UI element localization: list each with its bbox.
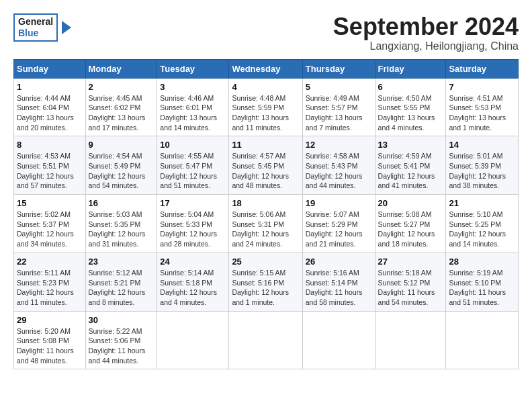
calendar-cell: 4Sunrise: 4:48 AM Sunset: 5:59 PM Daylig…: [229, 78, 302, 136]
calendar-cell: [375, 311, 446, 369]
day-number: 11: [232, 140, 299, 150]
col-header-friday: Friday: [375, 59, 446, 78]
month-title: September 2024: [333, 13, 519, 40]
day-info: Sunrise: 4:58 AM Sunset: 5:43 PM Dayligh…: [306, 151, 372, 191]
logo: General Blue: [13, 13, 71, 42]
day-info: Sunrise: 4:55 AM Sunset: 5:47 PM Dayligh…: [160, 151, 226, 191]
calendar-cell: 12Sunrise: 4:58 AM Sunset: 5:43 PM Dayli…: [302, 136, 375, 195]
day-number: 17: [160, 198, 226, 208]
calendar-cell: 30Sunrise: 5:22 AM Sunset: 5:06 PM Dayli…: [85, 311, 157, 369]
day-info: Sunrise: 4:49 AM Sunset: 5:57 PM Dayligh…: [306, 93, 372, 133]
calendar-cell: 11Sunrise: 4:57 AM Sunset: 5:45 PM Dayli…: [229, 136, 302, 195]
col-header-tuesday: Tuesday: [157, 59, 229, 78]
day-number: 1: [17, 82, 83, 92]
day-number: 12: [306, 140, 372, 150]
day-info: Sunrise: 4:57 AM Sunset: 5:45 PM Dayligh…: [232, 151, 299, 191]
calendar-cell: 26Sunrise: 5:16 AM Sunset: 5:14 PM Dayli…: [302, 253, 375, 311]
calendar-week-1: 8Sunrise: 4:53 AM Sunset: 5:51 PM Daylig…: [14, 136, 519, 195]
day-number: 13: [378, 140, 443, 150]
calendar-table: SundayMondayTuesdayWednesdayThursdayFrid…: [13, 59, 519, 370]
day-number: 30: [89, 315, 154, 325]
day-info: Sunrise: 4:44 AM Sunset: 6:04 PM Dayligh…: [17, 93, 83, 133]
day-number: 22: [17, 257, 83, 267]
day-info: Sunrise: 5:04 AM Sunset: 5:33 PM Dayligh…: [160, 210, 226, 249]
calendar-cell: 25Sunrise: 5:15 AM Sunset: 5:16 PM Dayli…: [229, 253, 302, 311]
day-number: 20: [378, 198, 443, 208]
calendar-cell: [157, 311, 229, 369]
calendar-cell: [446, 311, 519, 369]
day-info: Sunrise: 4:48 AM Sunset: 5:59 PM Dayligh…: [232, 93, 299, 133]
calendar-cell: 6Sunrise: 4:50 AM Sunset: 5:55 PM Daylig…: [375, 78, 446, 136]
day-info: Sunrise: 5:07 AM Sunset: 5:29 PM Dayligh…: [306, 210, 372, 249]
day-info: Sunrise: 5:02 AM Sunset: 5:37 PM Dayligh…: [17, 210, 83, 249]
day-number: 6: [378, 82, 443, 92]
day-number: 24: [160, 257, 226, 267]
day-info: Sunrise: 4:45 AM Sunset: 6:02 PM Dayligh…: [89, 93, 154, 133]
day-info: Sunrise: 4:51 AM Sunset: 5:53 PM Dayligh…: [449, 93, 515, 133]
day-number: 18: [232, 198, 299, 208]
day-number: 21: [449, 198, 515, 208]
calendar-cell: 9Sunrise: 4:54 AM Sunset: 5:49 PM Daylig…: [85, 136, 157, 195]
day-number: 15: [17, 198, 83, 208]
day-info: Sunrise: 5:18 AM Sunset: 5:12 PM Dayligh…: [378, 268, 443, 308]
day-info: Sunrise: 5:10 AM Sunset: 5:25 PM Dayligh…: [449, 210, 515, 249]
calendar-cell: 8Sunrise: 4:53 AM Sunset: 5:51 PM Daylig…: [14, 136, 86, 195]
day-number: 23: [89, 257, 154, 267]
calendar-cell: 22Sunrise: 5:11 AM Sunset: 5:23 PM Dayli…: [14, 253, 86, 311]
calendar-cell: 28Sunrise: 5:19 AM Sunset: 5:10 PM Dayli…: [446, 253, 519, 311]
col-header-wednesday: Wednesday: [229, 59, 302, 78]
day-info: Sunrise: 5:16 AM Sunset: 5:14 PM Dayligh…: [306, 268, 372, 308]
day-info: Sunrise: 5:12 AM Sunset: 5:21 PM Dayligh…: [89, 268, 154, 308]
calendar-cell: 17Sunrise: 5:04 AM Sunset: 5:33 PM Dayli…: [157, 195, 229, 253]
calendar-cell: 16Sunrise: 5:03 AM Sunset: 5:35 PM Dayli…: [85, 195, 157, 253]
calendar-week-0: 1Sunrise: 4:44 AM Sunset: 6:04 PM Daylig…: [14, 78, 519, 136]
day-number: 2: [89, 82, 154, 92]
title-block: September 2024 Langxiang, Heilongjiang, …: [333, 13, 519, 52]
day-info: Sunrise: 5:15 AM Sunset: 5:16 PM Dayligh…: [232, 268, 299, 308]
day-number: 19: [306, 198, 372, 208]
calendar-cell: 29Sunrise: 5:20 AM Sunset: 5:08 PM Dayli…: [14, 311, 86, 369]
day-info: Sunrise: 4:53 AM Sunset: 5:51 PM Dayligh…: [17, 151, 83, 191]
logo-box: General Blue: [13, 13, 58, 42]
calendar-cell: 24Sunrise: 5:14 AM Sunset: 5:18 PM Dayli…: [157, 253, 229, 311]
day-number: 16: [89, 198, 154, 208]
day-info: Sunrise: 4:59 AM Sunset: 5:41 PM Dayligh…: [378, 151, 443, 191]
col-header-thursday: Thursday: [302, 59, 375, 78]
calendar-cell: 21Sunrise: 5:10 AM Sunset: 5:25 PM Dayli…: [446, 195, 519, 253]
page-header: General Blue September 2024 Langxiang, H…: [13, 13, 519, 52]
calendar-cell: 27Sunrise: 5:18 AM Sunset: 5:12 PM Dayli…: [375, 253, 446, 311]
calendar-cell: 5Sunrise: 4:49 AM Sunset: 5:57 PM Daylig…: [302, 78, 375, 136]
day-info: Sunrise: 4:54 AM Sunset: 5:49 PM Dayligh…: [89, 151, 154, 191]
day-info: Sunrise: 5:19 AM Sunset: 5:10 PM Dayligh…: [449, 268, 515, 308]
day-number: 5: [306, 82, 372, 92]
day-info: Sunrise: 5:22 AM Sunset: 5:06 PM Dayligh…: [89, 326, 154, 366]
calendar-header-row: SundayMondayTuesdayWednesdayThursdayFrid…: [14, 59, 519, 78]
calendar-cell: 10Sunrise: 4:55 AM Sunset: 5:47 PM Dayli…: [157, 136, 229, 195]
calendar-cell: 20Sunrise: 5:08 AM Sunset: 5:27 PM Dayli…: [375, 195, 446, 253]
calendar-cell: 7Sunrise: 4:51 AM Sunset: 5:53 PM Daylig…: [446, 78, 519, 136]
day-info: Sunrise: 5:14 AM Sunset: 5:18 PM Dayligh…: [160, 268, 226, 308]
day-info: Sunrise: 4:50 AM Sunset: 5:55 PM Dayligh…: [378, 93, 443, 133]
col-header-saturday: Saturday: [446, 59, 519, 78]
day-info: Sunrise: 5:20 AM Sunset: 5:08 PM Dayligh…: [17, 326, 83, 366]
calendar-week-4: 29Sunrise: 5:20 AM Sunset: 5:08 PM Dayli…: [14, 311, 519, 369]
day-info: Sunrise: 5:03 AM Sunset: 5:35 PM Dayligh…: [89, 210, 154, 249]
calendar-cell: 1Sunrise: 4:44 AM Sunset: 6:04 PM Daylig…: [14, 78, 86, 136]
day-number: 8: [17, 140, 83, 150]
day-number: 27: [378, 257, 443, 267]
calendar-cell: 18Sunrise: 5:06 AM Sunset: 5:31 PM Dayli…: [229, 195, 302, 253]
logo-general-text: General: [18, 16, 53, 28]
day-number: 7: [449, 82, 515, 92]
logo-triangle-icon: [62, 21, 71, 34]
day-number: 4: [232, 82, 299, 92]
calendar-week-2: 15Sunrise: 5:02 AM Sunset: 5:37 PM Dayli…: [14, 195, 519, 253]
calendar-cell: 3Sunrise: 4:46 AM Sunset: 6:01 PM Daylig…: [157, 78, 229, 136]
calendar-cell: 2Sunrise: 4:45 AM Sunset: 6:02 PM Daylig…: [85, 78, 157, 136]
calendar-cell: [229, 311, 302, 369]
day-number: 9: [89, 140, 154, 150]
calendar-cell: 13Sunrise: 4:59 AM Sunset: 5:41 PM Dayli…: [375, 136, 446, 195]
day-number: 28: [449, 257, 515, 267]
day-number: 14: [449, 140, 515, 150]
day-number: 10: [160, 140, 226, 150]
calendar-cell: [302, 311, 375, 369]
